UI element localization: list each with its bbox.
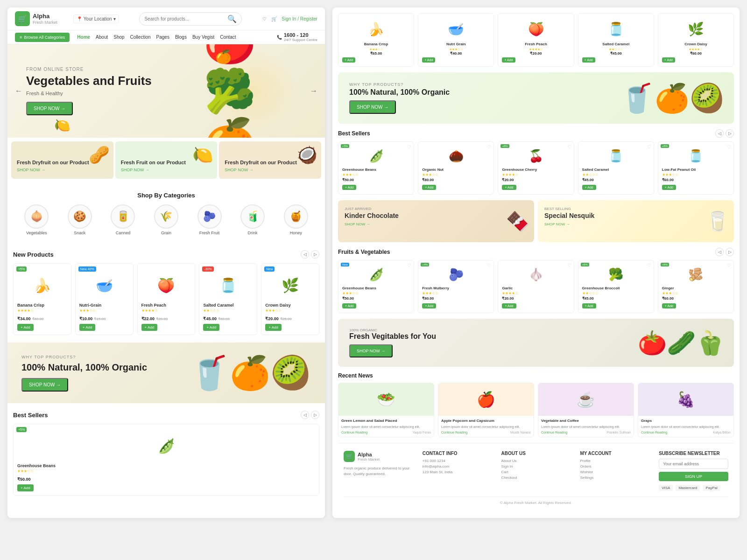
top-prod-add-2[interactable]: + Add — [502, 57, 515, 63]
footer-about-0[interactable]: About Us — [501, 459, 571, 463]
product-img-0: 🍌 — [17, 271, 67, 299]
category-drink[interactable]: 🧃 Drink — [240, 204, 265, 235]
search-input[interactable] — [144, 16, 227, 21]
bs-r-add-3[interactable]: + Add — [582, 185, 596, 190]
bs-prev-arrow[interactable]: ◁ — [301, 411, 309, 419]
top-prod-add-0[interactable]: + Add — [342, 57, 355, 63]
news-title-1: Apple Popcorn and Capsicum — [441, 419, 531, 423]
category-honey[interactable]: 🍯 Honey — [284, 204, 308, 235]
news-readmore-2[interactable]: Continue Reading — [541, 431, 567, 434]
hero-cta-button[interactable]: SHOP NOW → — [26, 102, 73, 115]
fv-4: +8% ♡ 🫚 Ginger ★★★☆☆ ₹60.00 + Add — [658, 260, 734, 313]
bs-r-add-1[interactable]: + Add — [422, 185, 436, 190]
wishlist-icon-3[interactable]: ♡ — [647, 144, 651, 149]
footer-about-2[interactable]: Cart — [501, 470, 571, 474]
nav-contact[interactable]: Contact — [220, 35, 236, 40]
bs-add-1[interactable]: + Add — [17, 484, 34, 491]
footer-account-1[interactable]: Orders — [580, 464, 649, 469]
wishlist-icon-0[interactable]: ♡ — [407, 144, 411, 149]
location-selector[interactable]: 📍 Your Location ▾ — [73, 14, 119, 23]
feat-card-3-link[interactable]: SHOP NOW → — [225, 168, 316, 172]
bs-right-prev[interactable]: ◁ — [715, 129, 724, 138]
wishlist-icon-1[interactable]: ♡ — [487, 144, 491, 149]
news-readmore-1[interactable]: Continue Reading — [441, 431, 467, 434]
nav-home[interactable]: Home — [77, 35, 90, 40]
feat-card-1-link[interactable]: SHOP NOW → — [17, 168, 108, 172]
category-fresh-fruit[interactable]: 🫐 Fresh Fruit — [197, 204, 222, 235]
add-to-cart-3[interactable]: + Add — [203, 324, 219, 331]
footer-account-2[interactable]: Wishlist — [580, 470, 649, 474]
fresh-banner-cta[interactable]: SHOP NOW → — [349, 344, 393, 357]
organic-why-label: WHY TOP PRODUCTS? — [21, 355, 147, 359]
top-prod-add-4[interactable]: + Add — [662, 57, 675, 63]
newsletter-signup-button[interactable]: SIGN UP — [659, 472, 728, 481]
hero-prev-button[interactable]: ← — [15, 87, 22, 95]
promo-kinder-link[interactable]: SHOP NOW → — [345, 222, 528, 226]
wishlist-icon[interactable]: ♡ — [262, 16, 267, 21]
category-canned[interactable]: 🥫 Canned — [111, 204, 135, 235]
footer-about-3[interactable]: Checkout — [501, 476, 571, 480]
signin-link[interactable]: Sign In / Register — [282, 16, 317, 21]
fv-add-1[interactable]: + Add — [422, 303, 436, 308]
add-to-cart-0[interactable]: + Add — [17, 324, 34, 331]
footer-account-3[interactable]: Settings — [580, 476, 649, 480]
footer-grid: 🛒 Alpha Fresh Market Fresh organic produ… — [344, 451, 728, 491]
news-readmore-0[interactable]: Continue Reading — [341, 431, 367, 434]
bs-right-next[interactable]: ▷ — [726, 129, 734, 138]
news-readmore-3[interactable]: Continue Reading — [641, 431, 667, 434]
add-to-cart-4[interactable]: + Add — [265, 324, 282, 331]
promo-nesquik-link[interactable]: SHOP NOW → — [544, 222, 727, 226]
organic-cta-button[interactable]: SHOP NOW → — [21, 378, 68, 392]
nav-buyvegist[interactable]: Buy Vegist — [192, 35, 214, 40]
fv-add-3[interactable]: + Add — [582, 303, 596, 308]
organic-right-cta[interactable]: SHOP NOW → — [349, 100, 396, 114]
nav-pages[interactable]: Pages — [156, 35, 169, 40]
footer-about-1[interactable]: Sign In — [501, 464, 571, 469]
nav-shop[interactable]: Shop — [113, 35, 124, 40]
product-name-0: Banana Crisp — [17, 303, 67, 308]
news-excerpt-0: Lorem ipsum dolor sit amet consectetur a… — [341, 425, 431, 429]
top-prod-add-1[interactable]: + Add — [422, 57, 435, 63]
category-vegetables[interactable]: 🧅 Vegetables — [24, 204, 49, 235]
add-to-cart-2[interactable]: + Add — [141, 324, 158, 331]
news-2: ☕ Vegetable and Coffee Lorem ipsum dolor… — [538, 383, 634, 437]
fv-add-0[interactable]: + Add — [342, 303, 356, 308]
products-next-arrow[interactable]: ▷ — [311, 250, 319, 259]
hero-next-button[interactable]: → — [310, 87, 317, 95]
logo-tagline: Fresh Market — [33, 20, 57, 25]
fv-prev[interactable]: ◁ — [715, 248, 724, 256]
fv-wish-2[interactable]: ♡ — [567, 263, 571, 268]
bs-next-arrow[interactable]: ▷ — [311, 411, 319, 419]
fv-add-4[interactable]: + Add — [662, 303, 676, 308]
bs-r-add-2[interactable]: + Add — [502, 185, 516, 190]
fv-wish-3[interactable]: ♡ — [647, 263, 651, 268]
wishlist-icon-4[interactable]: ♡ — [727, 144, 731, 149]
fv-wish-1[interactable]: ♡ — [487, 263, 491, 268]
category-grain[interactable]: 🌾 Grain — [154, 204, 178, 235]
cat-drink-label: Drink — [248, 231, 258, 235]
cat-drink-icon: 🧃 — [240, 204, 265, 229]
wishlist-icon-2[interactable]: ♡ — [567, 144, 571, 149]
cart-icon[interactable]: 🛒 — [271, 16, 277, 21]
nav-bar: ≡ Browse All Categories Home About Shop … — [7, 30, 325, 44]
footer-account-0[interactable]: Profile — [580, 459, 649, 463]
fv-wish-4[interactable]: ♡ — [727, 263, 731, 268]
top-prod-add-3[interactable]: + Add — [582, 57, 595, 63]
fv-add-2[interactable]: + Add — [502, 303, 516, 308]
bs-r-add-0[interactable]: + Add — [342, 185, 356, 190]
product-banana-crisp: +5% 🍌 Banana Crisp ★★★★☆ ₹34.00₹40.00 + … — [13, 263, 71, 335]
fv-next[interactable]: ▷ — [726, 248, 734, 256]
feat-card-2-link[interactable]: SHOP NOW → — [121, 168, 212, 172]
category-snack[interactable]: 🍪 Snack — [68, 204, 92, 235]
newsletter-email-input[interactable] — [659, 459, 728, 469]
nav-about[interactable]: About — [96, 35, 108, 40]
bs-r-add-4[interactable]: + Add — [662, 185, 676, 190]
nav-blogs[interactable]: Blogs — [175, 35, 187, 40]
nav-collection[interactable]: Collection — [130, 35, 151, 40]
top-prod-name-0: Banana Crisp — [342, 42, 410, 46]
browse-categories-button[interactable]: ≡ Browse All Categories — [15, 33, 70, 42]
search-icon[interactable]: 🔍 — [227, 14, 237, 23]
add-to-cart-1[interactable]: + Add — [79, 324, 96, 331]
products-prev-arrow[interactable]: ◁ — [301, 250, 309, 259]
fv-wish-0[interactable]: ♡ — [407, 263, 411, 268]
